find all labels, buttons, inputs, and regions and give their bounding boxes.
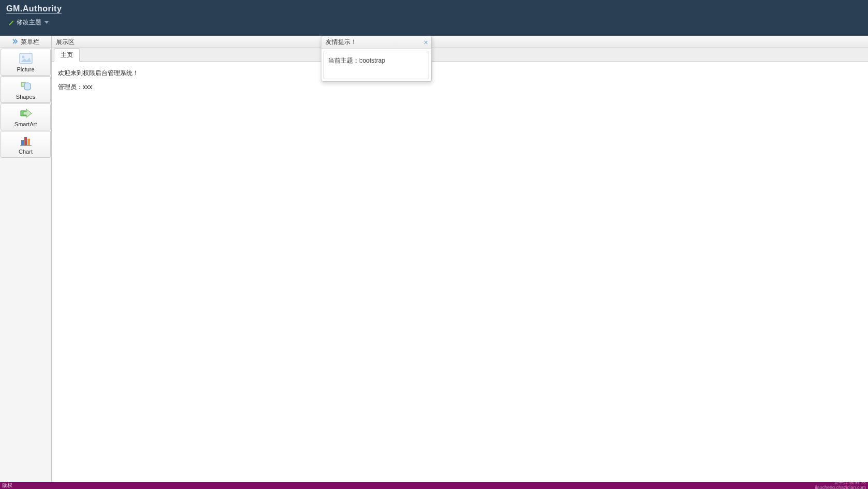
sidebar-item-shapes[interactable]: Shapes bbox=[1, 76, 51, 103]
sidebar-item-chart[interactable]: Chart bbox=[1, 131, 51, 158]
svg-rect-3 bbox=[24, 137, 27, 145]
tip-popup-inner: 当前主题：bootstrap bbox=[323, 51, 429, 79]
sidebar-item-picture[interactable]: Picture bbox=[1, 49, 51, 76]
app-title: GM.Authority bbox=[6, 4, 62, 14]
main-panel: 展示区 主页 欢迎来到权限后台管理系统！ 管理员：xxx bbox=[52, 36, 868, 482]
change-theme-label: 修改主题 bbox=[17, 18, 41, 27]
welcome-text: 欢迎来到权限后台管理系统！ bbox=[58, 69, 862, 78]
footer-left: 版权 bbox=[2, 482, 12, 489]
picture-icon bbox=[19, 52, 33, 65]
watermark: 查字典 教 程 网 jiaocheng.chazidian.com bbox=[815, 480, 866, 489]
main-panel-title: 展示区 bbox=[52, 36, 868, 48]
sidebar: 菜单栏 Picture bbox=[0, 36, 52, 482]
tip-popup-title: 友情提示！ bbox=[326, 38, 357, 47]
app-header: GM.Authority 修改主题 bbox=[0, 0, 868, 36]
change-theme-button[interactable]: 修改主题 bbox=[6, 17, 51, 28]
tip-body-value: bootstrap bbox=[359, 57, 385, 64]
sidebar-item-label: SmartArt bbox=[14, 121, 37, 127]
svg-rect-2 bbox=[21, 140, 24, 145]
sidebar-item-label: Picture bbox=[17, 66, 34, 72]
pencil-icon bbox=[8, 20, 14, 26]
sidebar-title: 菜单栏 bbox=[21, 38, 39, 47]
tip-popup-header[interactable]: 友情提示！ × bbox=[321, 36, 431, 49]
tip-popup: 友情提示！ × 当前主题：bootstrap bbox=[321, 36, 432, 82]
svg-rect-4 bbox=[27, 139, 30, 145]
watermark-line1: 查字典 教 程 网 bbox=[834, 480, 866, 485]
app-footer: 版权 查字典 教 程 网 jiaocheng.chazidian.com bbox=[0, 482, 868, 489]
tab-label: 主页 bbox=[61, 51, 73, 58]
chevron-down-icon bbox=[45, 21, 49, 24]
smartart-icon bbox=[19, 107, 33, 120]
sidebar-item-label: Chart bbox=[19, 149, 33, 155]
main-content: 欢迎来到权限后台管理系统！ 管理员：xxx bbox=[52, 62, 868, 482]
sidebar-item-label: Shapes bbox=[16, 94, 35, 100]
admin-text: 管理员：xxx bbox=[58, 83, 862, 92]
watermark-line2: jiaocheng.chazidian.com bbox=[815, 485, 866, 489]
tip-popup-body: 当前主题：bootstrap bbox=[321, 49, 431, 81]
chart-icon bbox=[19, 134, 33, 147]
tab-strip: 主页 bbox=[52, 48, 868, 62]
close-icon[interactable]: × bbox=[424, 39, 428, 46]
header-toolbar: 修改主题 bbox=[6, 17, 862, 28]
tab-home[interactable]: 主页 bbox=[54, 48, 80, 62]
sidebar-header[interactable]: 菜单栏 bbox=[0, 36, 51, 48]
tip-body-label: 当前主题： bbox=[328, 57, 359, 64]
app-body: 菜单栏 Picture bbox=[0, 36, 868, 482]
shapes-icon bbox=[19, 79, 33, 93]
svg-point-1 bbox=[22, 56, 24, 58]
sidebar-item-smartart[interactable]: SmartArt bbox=[1, 103, 51, 130]
double-chevron-right-icon bbox=[12, 38, 19, 46]
sidebar-items: Picture Shapes SmartAr bbox=[0, 48, 51, 158]
